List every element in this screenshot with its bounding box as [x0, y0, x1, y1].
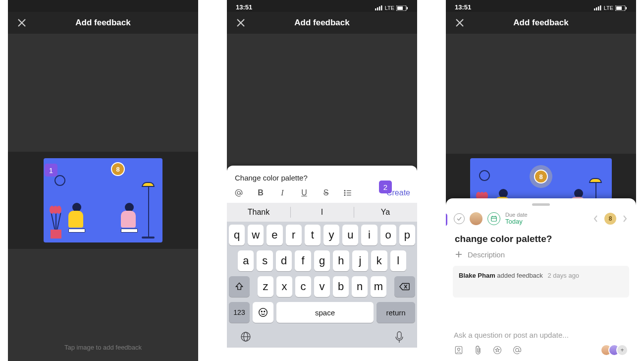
key-m[interactable]: m — [371, 276, 386, 297]
key-q[interactable]: q — [229, 225, 245, 245]
key-c[interactable]: c — [295, 276, 311, 297]
svg-point-36 — [458, 348, 460, 351]
attachment-icon[interactable] — [474, 345, 483, 355]
task-title[interactable]: change color palette? — [446, 226, 636, 247]
feedback-count-badge[interactable]: 8 — [534, 170, 548, 183]
key-j[interactable]: j — [352, 250, 368, 271]
due-date-label: Due date — [505, 212, 528, 218]
shift-key[interactable] — [229, 276, 250, 297]
key-n[interactable]: n — [352, 276, 368, 297]
key-s[interactable]: s — [257, 250, 272, 271]
space-key[interactable]: space — [276, 302, 374, 323]
emoji-key[interactable] — [253, 302, 273, 323]
phone-screen-3: 13:51 LTE Add feedback — [446, 0, 636, 361]
svg-rect-2 — [379, 6, 380, 10]
mention-icon[interactable] — [512, 345, 522, 355]
nav-bar: Add feedback — [227, 12, 417, 34]
key-p[interactable]: p — [399, 225, 415, 245]
signal-icon — [594, 5, 602, 10]
next-chevron-icon[interactable] — [621, 215, 628, 223]
italic-icon[interactable]: I — [277, 188, 287, 198]
key-a[interactable]: a — [238, 250, 254, 271]
attached-image[interactable]: 8 — [44, 158, 162, 242]
mention-icon[interactable] — [234, 188, 244, 198]
compose-sheet: Change color palette? B I U S Create Tha… — [227, 166, 417, 361]
mic-icon[interactable] — [394, 331, 404, 344]
key-l[interactable]: l — [390, 250, 406, 271]
svg-rect-22 — [594, 8, 595, 10]
compose-input[interactable]: Ask a question or post an update... — [454, 331, 628, 339]
key-k[interactable]: k — [371, 250, 387, 271]
feedback-count-badge[interactable]: 8 — [111, 162, 125, 176]
key-r[interactable]: r — [286, 225, 302, 245]
battery-icon — [396, 5, 408, 11]
return-key[interactable]: return — [376, 302, 415, 323]
add-description[interactable]: Description — [446, 247, 636, 266]
key-g[interactable]: g — [314, 250, 330, 271]
key-o[interactable]: o — [380, 225, 396, 245]
status-right: LTE — [594, 5, 627, 11]
close-button[interactable] — [454, 17, 466, 29]
svg-rect-0 — [375, 8, 376, 10]
assignee-avatar[interactable] — [470, 212, 483, 225]
prev-chevron-icon[interactable] — [592, 215, 599, 223]
close-button[interactable] — [235, 17, 247, 29]
key-d[interactable]: d — [276, 250, 292, 271]
description-label: Description — [468, 250, 505, 259]
star-icon[interactable] — [492, 345, 502, 355]
key-b[interactable]: b — [333, 276, 349, 297]
svg-point-38 — [516, 349, 519, 352]
activity-entry: Blake Pham added feedback 2 days ago — [453, 266, 629, 298]
network-label: LTE — [385, 5, 394, 11]
feedback-marker[interactable]: 8 — [530, 165, 552, 188]
key-w[interactable]: w — [248, 225, 264, 245]
task-meta-row: Due date Today 8 — [446, 212, 636, 226]
due-date[interactable]: Due date Today — [505, 212, 528, 226]
strikethrough-icon[interactable]: S — [321, 188, 331, 198]
svg-rect-5 — [397, 6, 403, 10]
nav-bar: Add feedback — [446, 12, 636, 34]
keyboard-row-1: qwertyuiop — [229, 225, 415, 245]
key-y[interactable]: y — [323, 225, 339, 245]
key-f[interactable]: f — [295, 250, 311, 271]
globe-icon[interactable] — [240, 331, 252, 344]
svg-rect-6 — [407, 7, 408, 9]
phone-screen-2: 13:51 LTE Add feedback Change color pale… — [227, 0, 417, 361]
close-button[interactable] — [16, 17, 28, 29]
key-x[interactable]: x — [276, 276, 292, 297]
svg-point-14 — [259, 308, 268, 317]
bold-icon[interactable]: B — [256, 188, 266, 198]
screen-body: 8 Tap image to add feedback — [8, 34, 198, 361]
status-bar — [8, 0, 198, 12]
underline-icon[interactable]: U — [299, 188, 309, 198]
backspace-key[interactable] — [394, 276, 415, 297]
key-z[interactable]: z — [258, 276, 273, 297]
svg-rect-1 — [377, 7, 378, 10]
plus-icon — [455, 250, 463, 258]
key-t[interactable]: t — [305, 225, 321, 245]
illustration-lamp — [142, 182, 156, 239]
complete-toggle[interactable] — [454, 213, 465, 224]
contact-icon[interactable] — [454, 345, 464, 355]
status-bar: 13:51 LTE — [446, 0, 636, 12]
list-icon[interactable] — [343, 188, 353, 198]
feedback-count-pill: 8 — [604, 213, 616, 225]
key-i[interactable]: i — [361, 225, 377, 245]
attached-image-area[interactable]: 8 — [8, 152, 198, 249]
suggestion[interactable]: Thank — [227, 203, 290, 222]
key-u[interactable]: u — [342, 225, 358, 245]
suggestion[interactable]: Ya — [354, 203, 417, 222]
calendar-icon[interactable] — [487, 212, 500, 225]
follower-avatars[interactable]: + — [600, 344, 628, 356]
key-v[interactable]: v — [314, 276, 330, 297]
status-right: LTE — [375, 5, 408, 11]
step-badge-2: 2 — [379, 180, 392, 193]
numbers-key[interactable]: 123 — [229, 302, 250, 323]
keyboard-footer — [229, 328, 415, 345]
sheet-grabber[interactable] — [532, 203, 550, 206]
phone-screen-1: Add feedback 8 — [8, 0, 198, 361]
key-e[interactable]: e — [267, 225, 282, 245]
status-bar: 13:51 LTE — [227, 0, 417, 12]
suggestion[interactable]: I — [290, 203, 354, 222]
key-h[interactable]: h — [333, 250, 349, 271]
